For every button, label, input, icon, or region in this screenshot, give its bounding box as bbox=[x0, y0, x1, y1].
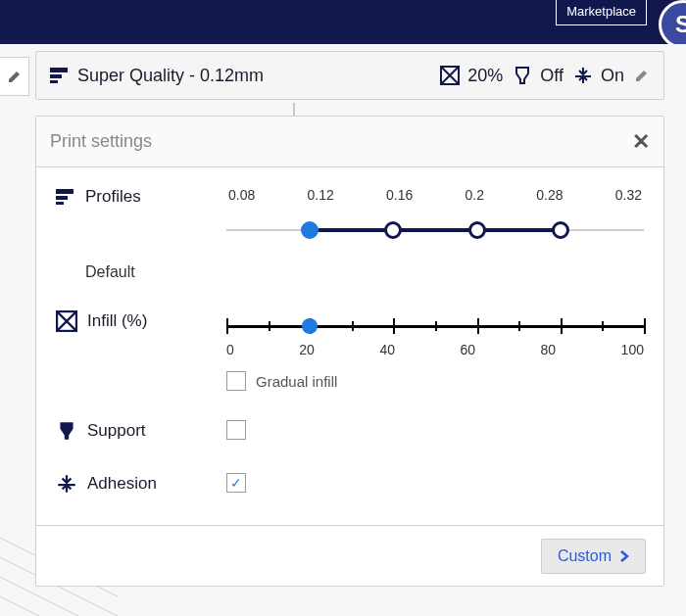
pencil-icon bbox=[634, 68, 650, 83]
adhesion-row: Adhesion ✓ bbox=[56, 473, 644, 495]
adhesion-icon bbox=[573, 66, 593, 85]
profile-tick-labels: 0.080.120.160.20.280.32 bbox=[226, 187, 644, 203]
adhesion-label: Adhesion bbox=[87, 474, 157, 494]
edit-extruder-button[interactable] bbox=[0, 57, 29, 96]
panel-header: Print settings ✕ bbox=[36, 117, 663, 167]
custom-button-label: Custom bbox=[558, 547, 612, 565]
gradual-infill-checkbox[interactable] bbox=[226, 371, 246, 391]
svg-rect-6 bbox=[56, 202, 64, 205]
support-label: Support bbox=[87, 421, 146, 441]
infill-row: Infill (%) 020406080100 Gradual infill bbox=[56, 310, 644, 391]
layers-icon bbox=[50, 68, 70, 83]
infill-slider[interactable] bbox=[226, 316, 644, 336]
profiles-sublabel: Default bbox=[85, 263, 135, 281]
infill-tick-labels: 020406080100 bbox=[226, 342, 644, 357]
support-icon bbox=[513, 66, 532, 85]
svg-rect-1 bbox=[50, 74, 62, 78]
panel-title: Print settings bbox=[50, 131, 152, 152]
gradual-infill-label: Gradual infill bbox=[256, 373, 337, 390]
avatar[interactable]: S bbox=[659, 0, 686, 49]
close-button[interactable]: ✕ bbox=[632, 129, 650, 155]
app-topbar: Marketplace S bbox=[0, 0, 686, 44]
chevron-right-icon bbox=[619, 549, 629, 563]
edit-settings-button[interactable] bbox=[634, 68, 650, 83]
svg-rect-0 bbox=[50, 68, 68, 72]
support-checkbox[interactable] bbox=[226, 420, 246, 440]
svg-rect-4 bbox=[56, 189, 74, 194]
summary-adhesion: On bbox=[573, 66, 624, 86]
adhesion-icon bbox=[56, 473, 77, 495]
svg-rect-5 bbox=[56, 196, 68, 200]
panel-footer: Custom bbox=[36, 525, 663, 586]
marketplace-button[interactable]: Marketplace bbox=[556, 0, 647, 25]
infill-icon bbox=[440, 66, 460, 85]
infill-label: Infill (%) bbox=[87, 311, 147, 331]
adhesion-checkbox[interactable]: ✓ bbox=[226, 473, 246, 493]
support-icon bbox=[56, 420, 77, 442]
summary-profile: Super Quality - 0.12mm bbox=[50, 66, 264, 86]
summary-infill: 20% bbox=[440, 66, 503, 86]
profile-slider[interactable] bbox=[226, 220, 644, 240]
profiles-row: Profiles 0.080.120.160.20.280.32 bbox=[56, 187, 644, 240]
settings-summary-bar[interactable]: Super Quality - 0.12mm 20% Off On bbox=[35, 51, 664, 100]
support-row: Support bbox=[56, 420, 644, 444]
layers-icon bbox=[56, 189, 75, 205]
custom-button[interactable]: Custom bbox=[541, 539, 646, 574]
summary-support-value: Off bbox=[540, 66, 564, 86]
summary-infill-value: 20% bbox=[467, 66, 503, 86]
summary-support: Off bbox=[513, 66, 564, 86]
summary-adhesion-value: On bbox=[601, 66, 624, 86]
svg-rect-2 bbox=[50, 80, 58, 83]
infill-icon bbox=[56, 310, 77, 332]
profiles-label: Profiles bbox=[85, 187, 141, 207]
pencil-icon bbox=[7, 69, 23, 84]
summary-profile-label: Super Quality - 0.12mm bbox=[77, 66, 264, 86]
print-settings-panel: Print settings ✕ Profiles 0.080.120.160.… bbox=[35, 116, 664, 587]
